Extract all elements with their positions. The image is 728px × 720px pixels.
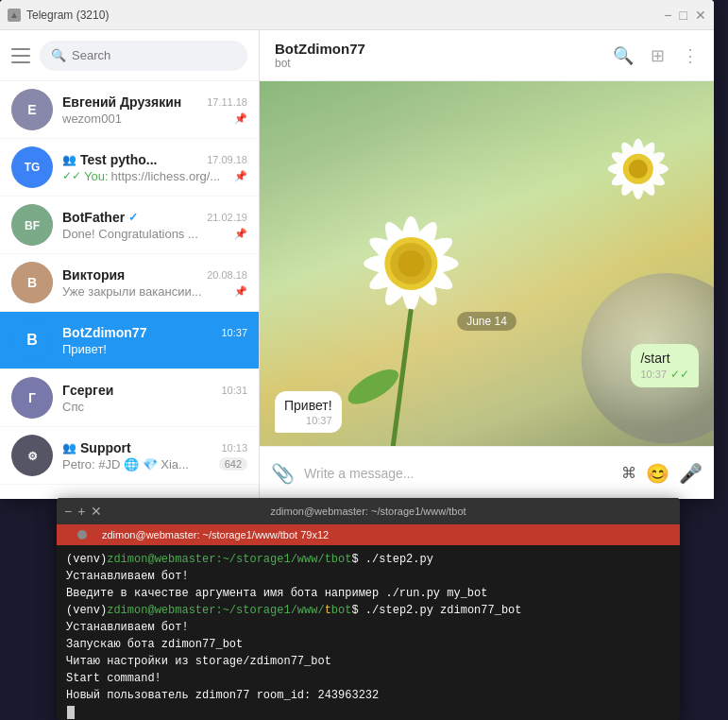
chat-info-viktoriya: Виктория 20.08.18 Уже закрыли вакансии..… [62, 267, 247, 299]
chat-preview-evgeny: wezom001📌 [62, 111, 247, 126]
terminal-window: − + ✕ zdimon@webmaster: ~/storage1/www/t… [57, 498, 680, 720]
terminal-maximize-btn[interactable]: + [77, 504, 85, 519]
message-time: 10:37 [306, 415, 332, 426]
chat-item-testpytho[interactable]: TG 👥Test pytho... 17.09.18 ✓✓You: https:… [0, 139, 259, 197]
chat-preview-support: Petro: #JD 🌐 💎 Xia...642 [62, 457, 247, 471]
more-icon[interactable]: ⋮ [682, 45, 699, 66]
group-icon: 👥 [62, 153, 76, 166]
tab-dot-red [64, 530, 74, 540]
terminal-line: Запускаю бота zdimon77_bot [66, 636, 670, 653]
chat-info-top: Гсергеи 10:31 [62, 383, 247, 398]
chat-name-botzdimon77: BotZdimon77 [62, 325, 146, 340]
chat-item-botzdimon77[interactable]: B BotZdimon77 10:37 Привет! [0, 312, 259, 369]
layout-icon[interactable]: ⊞ [651, 45, 665, 66]
attach-icon[interactable]: 📎 [271, 462, 295, 485]
date-divider: June 14 [275, 312, 699, 331]
svg-text:В: В [27, 275, 37, 290]
chat-info-gserge: Гсергеи 10:31 Спс [62, 383, 247, 414]
maximize-button[interactable]: □ [680, 9, 687, 22]
telegram-window: ▲ Telegram (3210) − □ ✕ 🔍 Е [0, 0, 714, 499]
chat-info-support: 👥Support 10:13 Petro: #JD 🌐 💎 Xia...642 [62, 440, 247, 471]
chat-preview-gserge: Спс [62, 400, 247, 414]
avatar-evgeny: Е [11, 89, 53, 130]
svg-text:⚙: ⚙ [27, 450, 38, 463]
chat-info-botfather: BotFather✓ 21.02.19 Done! Congratulation… [62, 210, 247, 241]
chat-header-status: bot [275, 57, 365, 70]
message-outgoing: /start 10:37 ✓✓ [275, 344, 699, 387]
terminal-text: zdimon@webmaster:~/storage1/www/ [107, 602, 324, 619]
verified-icon: ✓ [128, 211, 138, 224]
chat-preview-viktoriya: Уже закрыли вакансии...📌 [62, 284, 247, 299]
terminal-text: bot [331, 602, 352, 619]
terminal-minimize-btn[interactable]: − [64, 504, 72, 519]
terminal-controls: − + ✕ [64, 504, 102, 519]
terminal-tab-dots [64, 530, 87, 540]
window-controls: − □ ✕ [664, 9, 706, 22]
message-meta: 10:37 [284, 415, 332, 426]
chat-preview-botzdimon77: Привет! [62, 342, 247, 356]
chat-item-botfather[interactable]: BF BotFather✓ 21.02.19 Done! Congratulat… [0, 197, 259, 254]
search-input[interactable] [72, 48, 236, 62]
terminal-text: Новый пользователь zdimon77 room_id: 243… [66, 687, 379, 704]
terminal-text: (venv) [66, 551, 107, 568]
pin-icon: 📌 [234, 285, 247, 298]
svg-text:Е: Е [27, 102, 36, 117]
terminal-tab[interactable]: zdimon@webmaster: ~/storage1/www/tbot 79… [94, 529, 336, 540]
chat-time-botzdimon77: 10:37 [221, 327, 247, 338]
chat-preview-testpytho: ✓✓You: https://lichess.org/...📌 [62, 169, 247, 183]
avatar-support: ⚙ [11, 435, 53, 476]
terminal-title-wrapper: − + ✕ zdimon@webmaster: ~/storage1/www/t… [64, 504, 672, 519]
chat-header-name: BotZdimon77 [275, 41, 365, 57]
search-icon: 🔍 [51, 48, 66, 62]
search-chat-icon[interactable]: 🔍 [613, 45, 634, 66]
unread-badge: 642 [219, 457, 247, 471]
avatar-testpytho: TG [11, 146, 53, 188]
close-button[interactable]: ✕ [695, 9, 706, 22]
pin-icon: 📌 [234, 228, 247, 240]
terminal-body: (venv) zdimon@webmaster:~/storage1/www/t… [57, 545, 680, 720]
search-box[interactable]: 🔍 [40, 41, 247, 71]
terminal-line: Устанавливаем бот! [66, 619, 670, 636]
date-badge: June 14 [457, 312, 516, 331]
terminal-text: Читаю настройки из storage/zdimon77_bot [66, 653, 331, 670]
chat-item-support[interactable]: ⚙ 👥Support 10:13 Petro: #JD 🌐 💎 Xia...64… [0, 427, 259, 485]
chat-info-evgeny: Евгений Друзякин 17.11.18 wezom001📌 [62, 94, 247, 126]
chat-time-testpytho: 17.09.18 [207, 154, 247, 165]
chat-header: BotZdimon77 bot 🔍 ⊞ ⋮ [260, 30, 714, 81]
voice-icon[interactable]: 🎤 [679, 462, 703, 485]
chat-item-evgeny[interactable]: Е Евгений Друзякин 17.11.18 wezom001📌 [0, 81, 259, 139]
terminal-line: Устанавливаем бот! [66, 568, 670, 585]
message-bubble: Привет! 10:37 [275, 391, 342, 433]
terminal-text: $ ./step2.py [351, 551, 432, 568]
message-text: Привет! [284, 398, 332, 413]
terminal-line [66, 704, 670, 720]
chat-info-botzdimon77: BotZdimon77 10:37 Привет! [62, 325, 247, 356]
terminal-line: Start command! [66, 670, 670, 687]
terminal-line: (venv) zdimon@webmaster:~/storage1/www/t… [66, 602, 670, 619]
terminal-text: (venv) [66, 602, 107, 619]
message-input[interactable] [304, 466, 612, 481]
chat-item-viktoriya[interactable]: В Виктория 20.08.18 Уже закрыли вакансии… [0, 254, 259, 312]
title-bar: ▲ Telegram (3210) − □ ✕ [0, 0, 714, 30]
menu-button[interactable] [11, 48, 30, 63]
sidebar-header: 🔍 [0, 30, 259, 81]
terminal-close-btn[interactable]: ✕ [91, 504, 102, 519]
chat-header-icons: 🔍 ⊞ ⋮ [613, 45, 699, 66]
svg-text:Г: Г [28, 390, 36, 405]
message-incoming: Привет! 10:37 [275, 391, 699, 433]
chat-name-viktoriya: Виктория [62, 267, 125, 283]
bot-command-icon[interactable]: ⌘ [621, 464, 636, 482]
terminal-text [66, 704, 75, 720]
terminal-title-bar: − + ✕ zdimon@webmaster: ~/storage1/www/t… [57, 498, 680, 524]
title-bar-left: ▲ Telegram (3210) [8, 9, 109, 22]
emoji-icon[interactable]: 😊 [646, 462, 669, 485]
chat-name-testpytho: 👥Test pytho... [62, 152, 157, 167]
chat-item-gserge[interactable]: Г Гсергеи 10:31 Спс [0, 369, 259, 427]
terminal-text: Запускаю бота zdimon77_bot [66, 636, 243, 653]
chat-time-gserge: 10:31 [221, 385, 247, 396]
message-time: 10:37 [640, 369, 667, 380]
terminal-text: Введите в качестве аргумента имя бота на… [66, 585, 487, 602]
chat-name-evgeny: Евгений Друзякин [62, 94, 181, 110]
minimize-button[interactable]: − [664, 9, 671, 22]
terminal-text: zdimon@webmaster:~/storage1/www/tbot [107, 551, 351, 568]
